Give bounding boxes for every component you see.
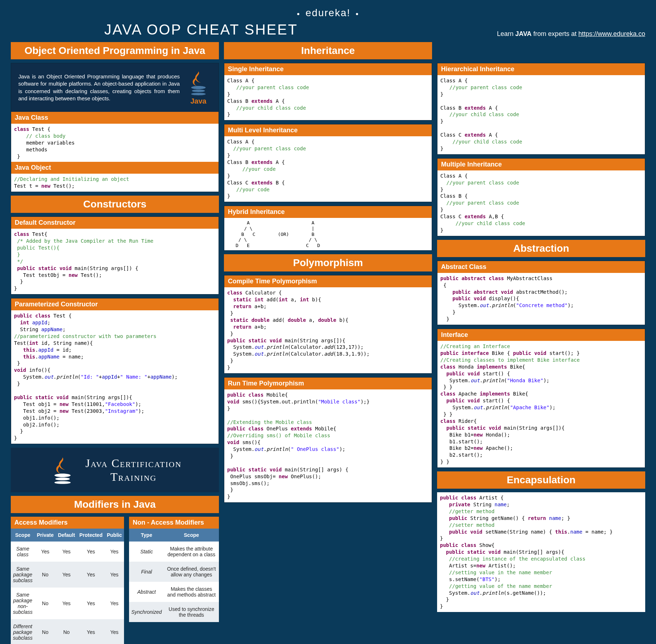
- table-cell: Used to synchronize the threads: [164, 602, 219, 622]
- section-oop-header: Object Oriented Programming in Java: [11, 42, 219, 59]
- code-interface: //Creating an Interface public interface…: [437, 341, 645, 467]
- panel-abstract-class: Abstract Class public abstract class MyA…: [437, 261, 645, 325]
- column-1: Object Oriented Programming in Java Java…: [11, 42, 219, 644]
- sub-param-ctor: Parameterized Constructor: [11, 298, 219, 310]
- table-row: Same classYesYesYesYes: [11, 542, 124, 562]
- sub-multiple-inh: Multiple Inheritance: [437, 159, 645, 170]
- section-constructors-header: Constructors: [11, 196, 219, 213]
- section-abstraction-header: Abstraction: [437, 240, 645, 257]
- page-title: JAVA OOP CHEAT SHEET: [11, 22, 497, 38]
- code-encapsulation: public class Artist { private String nam…: [437, 492, 645, 612]
- brand-logo: edureka!: [11, 7, 645, 19]
- panel-interface: Interface //Creating an Interface public…: [437, 329, 645, 468]
- intro-text: Java is an Object Oriented Programming l…: [18, 73, 180, 102]
- sub-multilevel-inh: Multi Level Inheritance: [224, 124, 432, 136]
- sub-default-ctor: Default Constructor: [11, 217, 219, 229]
- table-non-access-modifiers: TypeScope StaticMakes the attribute depe…: [129, 529, 219, 622]
- diagram-hybrid-inh: A A / \ | B C (OR) B / \ / \ D E C D: [224, 218, 432, 250]
- table-cell: Final: [129, 562, 164, 582]
- learn-suffix: from experts at: [532, 30, 578, 37]
- learn-link-text: Learn JAVA from experts at https://www.e…: [497, 30, 645, 38]
- sub-runtime-poly: Run Time Polymorphism: [224, 378, 432, 389]
- panel-hybrid-inh: Hybrid Inheritance A A / \ | B C (OR) B …: [224, 206, 432, 251]
- code-abstract-class: public abstract class MyAbstractClass { …: [437, 273, 645, 325]
- sub-abstract-class: Abstract Class: [437, 261, 645, 273]
- table-cell: Same class: [11, 542, 35, 562]
- table-cell: Static: [129, 542, 164, 562]
- table-cell: Yes: [56, 542, 77, 562]
- section-inheritance-header: Inheritance: [224, 42, 432, 59]
- panel-runtime-poly: Run Time Polymorphism public class Mobil…: [224, 377, 432, 503]
- table-cell: Once defined, doesn't allow any changes: [164, 562, 219, 582]
- column-2: Inheritance Single Inheritance Class A {…: [224, 42, 432, 644]
- panel-default-ctor: Default Constructor class Test{ /* Added…: [11, 216, 219, 294]
- panel-multiple-inh: Multiple Inheritance Class A { //your pa…: [437, 158, 645, 236]
- panel-compile-poly: Compile Time Polymorphism class Calculat…: [224, 275, 432, 374]
- sub-hierarchical-inh: Hierarchical Inheritance: [437, 63, 645, 75]
- code-multilevel-inh: Class A { //your parent class code } Cla…: [224, 136, 432, 202]
- table-row: FinalOnce defined, doesn't allow any cha…: [129, 562, 219, 582]
- table-row: SynchronizedUsed to synchronize the thre…: [129, 602, 219, 622]
- table-cell: Abstract: [129, 582, 164, 602]
- java-logo-label: Java: [191, 97, 207, 105]
- table-cell: No: [35, 588, 56, 619]
- java-cup-icon: [48, 456, 77, 484]
- sub-access-modifiers: Access Modifiers: [11, 517, 124, 529]
- table-row: AbstractMakes the classes and methods ab…: [129, 582, 219, 602]
- code-default-ctor: class Test{ /* Added by the Java Compile…: [11, 229, 219, 294]
- table-cell: Yes: [105, 619, 124, 644]
- table-access-modifiers: ScopePrivateDefaultProtectedPublic Same …: [11, 529, 124, 644]
- learn-prefix: Learn: [497, 30, 515, 37]
- table-cell: Makes the attribute dependent on a class: [164, 542, 219, 562]
- section-polymorphism-header: Polymorphism: [224, 254, 432, 271]
- table-cell: Yes: [105, 562, 124, 588]
- table-cell: Yes: [35, 542, 56, 562]
- access-th: Default: [56, 529, 77, 542]
- code-runtime-poly: public class Mobile{ void sms(){System.o…: [224, 389, 432, 502]
- access-th: Private: [35, 529, 56, 542]
- cert-line1: Java Certification: [86, 457, 182, 470]
- table-cell: Yes: [77, 542, 105, 562]
- access-th: Public: [105, 529, 124, 542]
- nonaccess-th: Scope: [164, 529, 219, 542]
- section-modifiers-header: Modifiers in Java: [11, 496, 219, 513]
- table-row: StaticMakes the attribute dependent on a…: [129, 542, 219, 562]
- code-param-ctor: public class Test { int appId; String ap…: [11, 310, 219, 444]
- table-row: Same package non-subclassNoYesYesYes: [11, 588, 124, 619]
- table-cell: Yes: [105, 588, 124, 619]
- sub-non-access-modifiers: Non - Access Modifiers: [129, 517, 219, 529]
- table-cell: Different package subclass: [11, 619, 35, 644]
- cert-training-banner: Java CertificationTraining: [11, 448, 219, 492]
- code-hierarchical-inh: Class A { //your parent class code } Cla…: [437, 75, 645, 154]
- sub-interface: Interface: [437, 329, 645, 341]
- sub-hybrid-inh: Hybrid Inheritance: [224, 206, 432, 218]
- panel-multilevel-inh: Multi Level Inheritance Class A { //your…: [224, 124, 432, 202]
- table-cell: Yes: [105, 542, 124, 562]
- table-cell: No: [35, 619, 56, 644]
- panel-single-inh: Single Inheritance Class A { //your pare…: [224, 63, 432, 120]
- table-cell: Yes: [56, 588, 77, 619]
- table-row: Different package subclassNoNoYesYes: [11, 619, 124, 644]
- panel-intro: Java is an Object Oriented Programming l…: [11, 63, 219, 192]
- code-java-class: class Test { // class body member variab…: [11, 124, 219, 162]
- column-3: . Hierarchical Inheritance Class A { //y…: [437, 42, 645, 644]
- learn-bold: JAVA: [515, 30, 532, 37]
- java-logo: Java: [185, 70, 211, 105]
- table-cell: Synchronized: [129, 602, 164, 622]
- table-cell: Yes: [56, 562, 77, 588]
- code-multiple-inh: Class A { //your parent class code } Cla…: [437, 170, 645, 236]
- section-encapsulation-header: Encapsulation: [437, 471, 645, 489]
- sub-single-inh: Single Inheritance: [224, 63, 432, 75]
- access-th: Protected: [77, 529, 105, 542]
- table-row: Same package subclassNoYesYesYes: [11, 562, 124, 588]
- table-cell: Yes: [77, 619, 105, 644]
- code-single-inh: Class A { //your parent class code } Cla…: [224, 75, 432, 120]
- table-cell: No: [35, 562, 56, 588]
- title-bar: JAVA OOP CHEAT SHEET Learn JAVA from exp…: [11, 22, 645, 38]
- table-cell: Same package non-subclass: [11, 588, 35, 619]
- learn-url[interactable]: https://www.edureka.co: [578, 30, 645, 37]
- sub-java-class: Java Class: [11, 112, 219, 124]
- sub-compile-poly: Compile Time Polymorphism: [224, 275, 432, 287]
- access-th: Scope: [11, 529, 35, 542]
- sub-java-object: Java Object: [11, 162, 219, 174]
